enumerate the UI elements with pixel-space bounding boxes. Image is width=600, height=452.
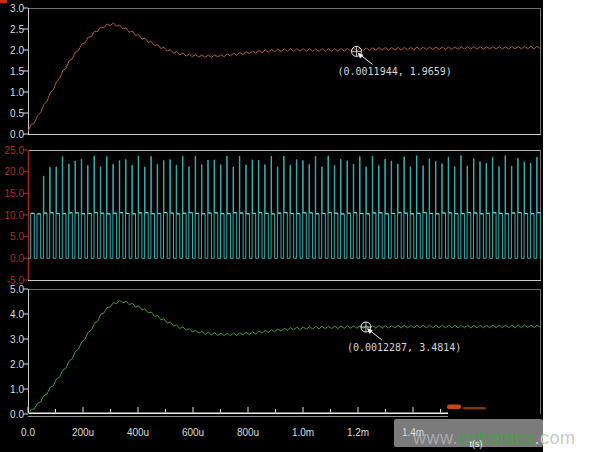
axis-smudge-icon — [447, 405, 461, 410]
trace-output-step-response-bottom — [28, 300, 540, 414]
cursor-readout-bottom: (0.0012287, 3.4814) — [347, 342, 461, 353]
trace-switch-node-pwm-middle — [28, 156, 547, 259]
y-tick-label: 4.0 — [0, 309, 24, 320]
y-tick-label: 20.0 — [0, 166, 24, 177]
y-tick-label: 10.0 — [0, 210, 24, 221]
x-tick-label: 1.4m — [391, 427, 435, 438]
y-tick-label: 1.0 — [0, 87, 24, 98]
y-tick-label: 0.5 — [0, 108, 24, 119]
y-tick-label: 0.0 — [0, 409, 24, 420]
y-tick-label: 2.0 — [0, 45, 24, 56]
y-tick-label: 1.5 — [0, 66, 24, 77]
y-tick-label: 25.0 — [0, 145, 24, 156]
waveform-viewer: www.cntronics.com (0.0011944, 1.9659) (0… — [0, 0, 600, 452]
x-tick-label: 200u — [61, 427, 105, 438]
x-tick-label: 400u — [116, 427, 160, 438]
y-tick-label: 15.0 — [0, 188, 24, 199]
y-tick-label: 2.5 — [0, 24, 24, 35]
y-tick-label: 2.0 — [0, 359, 24, 370]
cursor-readout-top: (0.0011944, 1.9659) — [338, 66, 452, 77]
y-tick-label: 3.0 — [0, 3, 24, 14]
cursor-marker[interactable] — [361, 322, 382, 340]
x-tick-label: 600u — [171, 427, 215, 438]
x-tick-label: 0.0 — [6, 427, 50, 438]
trace-output-step-response-top — [28, 23, 540, 131]
y-tick-label: 1.0 — [0, 384, 24, 395]
y-tick-label: 0.0 — [0, 253, 24, 264]
plot-canvas[interactable] — [0, 0, 600, 452]
x-tick-label: 800u — [226, 427, 270, 438]
y-tick-label: 5.0 — [0, 284, 24, 295]
y-tick-label: 3.0 — [0, 334, 24, 345]
axis-smudge-icon — [463, 407, 486, 410]
x-axis-title: t(s) — [456, 439, 496, 449]
x-tick-label: 1.2m — [336, 427, 380, 438]
y-tick-label: 0.0 — [0, 129, 24, 140]
y-tick-label: 5.0 — [0, 231, 24, 242]
x-tick-label: 1.0m — [281, 427, 325, 438]
